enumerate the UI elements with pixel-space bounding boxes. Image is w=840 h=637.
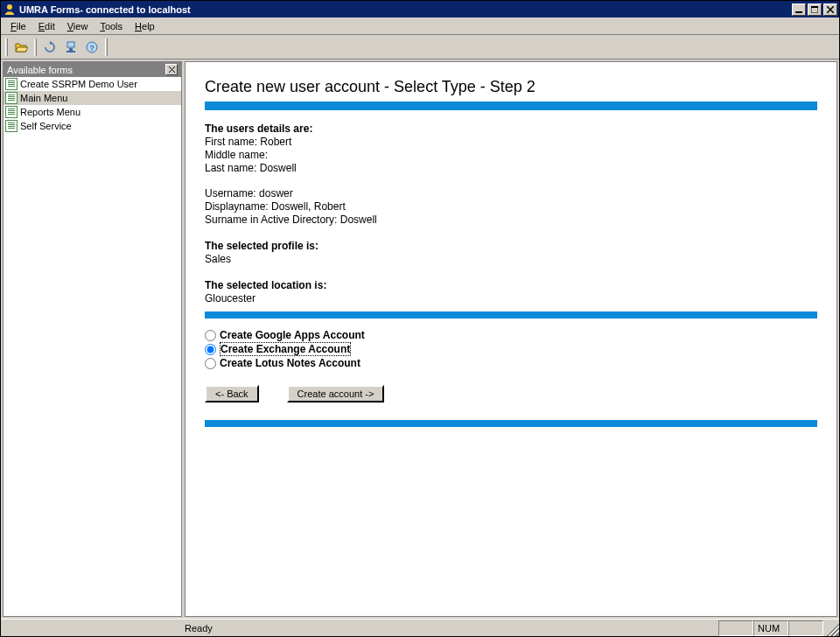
account-type-radio[interactable] <box>205 344 216 355</box>
sidebar-close-button[interactable] <box>165 64 178 75</box>
account-type-radio[interactable] <box>205 330 216 341</box>
sidebar-title: Available forms <box>7 65 165 75</box>
sidebar: Available forms Create SSRPM Demo UserMa… <box>3 61 182 617</box>
toolbar-server-button[interactable] <box>60 38 81 57</box>
account-type-label: Create Lotus Notes Account <box>220 357 360 369</box>
menu-bar: File Edit View Tools Help <box>1 18 839 35</box>
svg-rect-7 <box>69 48 73 51</box>
surname-ad-row: Surname in Active Directory: Doswell <box>205 214 817 226</box>
form-icon <box>5 106 18 118</box>
menu-tools[interactable]: Tools <box>94 20 129 32</box>
details-title: The users details are: <box>205 122 817 135</box>
form-icon <box>5 120 18 132</box>
menu-view[interactable]: View <box>61 20 94 32</box>
form-icon <box>5 92 18 104</box>
sidebar-item[interactable]: Create SSRPM Demo User <box>4 77 181 91</box>
location-value: Gloucester <box>205 292 817 304</box>
minimize-button[interactable] <box>792 4 806 16</box>
sidebar-item-label: Reports Menu <box>20 107 80 117</box>
sidebar-list: Create SSRPM Demo UserMain MenuReports M… <box>4 77 181 616</box>
sidebar-header: Available forms <box>4 62 181 77</box>
sidebar-item[interactable]: Reports Menu <box>4 105 181 119</box>
displayname-row: Displayname: Doswell, Robert <box>205 200 817 213</box>
back-button[interactable]: <- Back <box>205 385 259 402</box>
svg-rect-1 <box>795 11 802 13</box>
close-button[interactable] <box>823 4 837 16</box>
last-name-row: Last name: Doswell <box>205 162 817 174</box>
toolbar-help-button[interactable]: ? <box>81 38 102 57</box>
sidebar-item[interactable]: Main Menu <box>4 91 181 105</box>
sidebar-item-label: Main Menu <box>20 93 67 103</box>
page-title: Create new user account - Select Type - … <box>205 78 817 96</box>
account-type-label: Create Exchange Account <box>220 342 351 356</box>
window-title: UMRA Forms- connected to localhost <box>19 4 790 15</box>
toolbar-separator <box>34 38 37 56</box>
divider-bar <box>205 102 817 110</box>
account-type-radio[interactable] <box>205 358 216 369</box>
status-ready: Ready <box>1 620 718 636</box>
svg-rect-3 <box>811 6 818 8</box>
account-type-label: Create Google Apps Account <box>220 329 365 341</box>
maximize-button[interactable] <box>808 4 822 16</box>
resize-grip[interactable] <box>823 620 839 636</box>
account-type-options: Create Google Apps AccountCreate Exchang… <box>205 329 817 369</box>
svg-text:?: ? <box>89 44 94 52</box>
status-panel-1 <box>718 620 753 636</box>
svg-point-0 <box>7 4 12 10</box>
toolbar-open-button[interactable] <box>10 38 32 57</box>
account-type-option[interactable]: Create Exchange Account <box>205 342 817 356</box>
create-account-button[interactable]: Create account -> <box>287 385 385 402</box>
menu-file[interactable]: File <box>4 20 32 32</box>
sidebar-item-label: Create SSRPM Demo User <box>20 79 137 89</box>
svg-rect-8 <box>66 51 75 52</box>
profile-value: Sales <box>205 253 817 265</box>
toolbar-grip <box>5 38 8 56</box>
sidebar-item[interactable]: Self Service <box>4 119 181 133</box>
svg-rect-6 <box>67 42 74 47</box>
menu-help[interactable]: Help <box>129 20 161 32</box>
account-type-option[interactable]: Create Google Apps Account <box>205 329 817 341</box>
username-row: Username: doswer <box>205 187 817 200</box>
form-icon <box>5 78 18 90</box>
divider-bar-3 <box>205 420 817 427</box>
location-title: The selected location is: <box>205 279 817 291</box>
middle-name-row: Middle name: <box>205 149 817 161</box>
divider-bar-2 <box>205 312 817 318</box>
content-pane: Create new user account - Select Type - … <box>185 61 837 617</box>
toolbar: ? <box>1 35 839 60</box>
status-num: NUM <box>753 620 788 636</box>
title-bar: UMRA Forms- connected to localhost <box>1 1 839 18</box>
menu-edit[interactable]: Edit <box>32 20 61 32</box>
status-panel-3 <box>788 620 823 636</box>
status-bar: Ready NUM <box>1 619 839 636</box>
app-icon <box>3 3 17 17</box>
toolbar-separator-2 <box>105 38 108 56</box>
account-type-option[interactable]: Create Lotus Notes Account <box>205 357 817 369</box>
profile-title: The selected profile is: <box>205 240 817 252</box>
toolbar-refresh-button[interactable] <box>39 38 60 57</box>
first-name-row: First name: Robert <box>205 136 817 148</box>
sidebar-item-label: Self Service <box>20 121 72 131</box>
